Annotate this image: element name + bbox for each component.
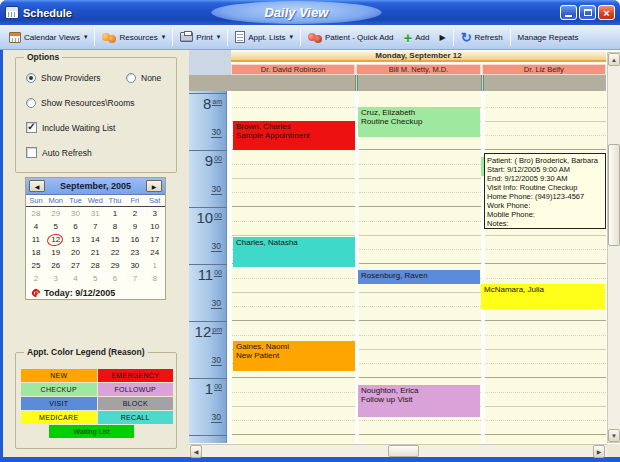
appointment[interactable]: Rosenburg, Raven (358, 270, 480, 284)
time-slot[interactable] (232, 293, 355, 322)
toolbar-more-button[interactable]: ▶ (435, 27, 451, 48)
toolbar-add-button[interactable]: +Add (399, 27, 435, 48)
calendar-day[interactable]: 24 (145, 248, 165, 257)
calendar-day[interactable]: 26 (46, 261, 66, 270)
horizontal-scrollbar[interactable]: ◀ ▶ (189, 444, 620, 457)
calendar-day[interactable]: 1 (105, 209, 125, 218)
calendar-day[interactable]: 5 (46, 222, 66, 231)
calendar-day[interactable]: 20 (66, 248, 86, 257)
calendar-day[interactable]: 5 (85, 274, 105, 283)
calendar-today-row[interactable]: Today: 9/12/2005 (26, 285, 165, 298)
radio-show-providers[interactable]: Show Providers (26, 73, 101, 83)
calendar-day[interactable]: 4 (66, 274, 86, 283)
scroll-left-button[interactable]: ◀ (190, 445, 202, 458)
calendar-day[interactable]: 22 (105, 248, 125, 257)
maximize-button[interactable] (579, 5, 596, 20)
appointment[interactable]: Brown, CharlesSample Appointment (233, 121, 355, 150)
toolbar-manage-repeats-button[interactable]: Manage Repeats (513, 27, 584, 48)
time-slot[interactable] (359, 321, 482, 350)
toolbar-print-button[interactable]: Print▾ (175, 27, 225, 48)
appointment[interactable]: McNamara, Julia (481, 284, 605, 309)
time-slot[interactable] (359, 207, 482, 236)
calendar-day[interactable]: 23 (125, 248, 145, 257)
appointment[interactable]: Noughton, EricaFollow up Visit (358, 385, 480, 417)
vertical-scroll-thumb[interactable] (608, 144, 620, 246)
calendar-day[interactable]: 14 (85, 235, 105, 244)
time-slot[interactable] (232, 150, 355, 179)
time-slot[interactable] (232, 407, 355, 436)
appointment[interactable]: Cruz, ElizabethRoutine Checkup (358, 107, 480, 137)
time-slot[interactable] (485, 236, 607, 265)
calendar-day[interactable]: 19 (46, 248, 66, 257)
prev-month-button[interactable]: ◀ (29, 180, 45, 192)
toolbar-calendar-views-button[interactable]: Calendar Views▾ (4, 27, 92, 48)
calendar-day[interactable]: 25 (26, 261, 46, 270)
scroll-right-button[interactable]: ▶ (593, 445, 605, 458)
time-slot[interactable] (359, 293, 482, 322)
calendar-day[interactable]: 6 (105, 274, 125, 283)
toolbar-refresh-button[interactable]: ↻Refresh (456, 27, 508, 48)
calendar-day[interactable]: 2 (26, 274, 46, 283)
time-slot[interactable] (485, 122, 607, 151)
time-slot[interactable] (485, 321, 607, 350)
time-slot[interactable] (232, 179, 355, 208)
calendar-day[interactable]: 3 (145, 209, 165, 218)
time-slot[interactable] (359, 236, 482, 265)
vertical-scrollbar[interactable]: ▲ ▼ (607, 52, 620, 443)
calendar-day[interactable]: 30 (125, 261, 145, 270)
time-slot[interactable] (485, 350, 607, 379)
scroll-up-button[interactable]: ▲ (608, 53, 620, 66)
time-slot[interactable] (232, 378, 355, 407)
minimize-button[interactable] (560, 5, 577, 20)
calendar-day[interactable]: 15 (105, 235, 125, 244)
time-slot[interactable] (485, 93, 607, 122)
time-slot[interactable] (232, 207, 355, 236)
time-slot[interactable] (485, 378, 607, 407)
appointment[interactable]: Charles, Natasha (233, 237, 355, 267)
calendar-day[interactable]: 8 (145, 274, 165, 283)
calendar-day[interactable]: 6 (66, 222, 86, 231)
time-slot[interactable] (359, 350, 482, 379)
calendar-day[interactable]: 29 (105, 261, 125, 270)
toolbar-appt-lists-button[interactable]: Appt. Lists▾ (230, 27, 298, 48)
calendar-day[interactable]: 28 (85, 261, 105, 270)
time-slot[interactable] (485, 435, 607, 442)
time-slot[interactable] (485, 407, 607, 436)
radio-show-resources-rooms[interactable]: Show Resources\Rooms (26, 98, 135, 108)
calendar-day[interactable]: 27 (66, 261, 86, 270)
calendar-day[interactable]: 11 (26, 235, 46, 244)
calendar-day[interactable]: 2 (125, 209, 145, 218)
calendar-day[interactable]: 18 (26, 248, 46, 257)
calendar-day[interactable]: 30 (66, 209, 86, 218)
time-slot[interactable] (359, 150, 482, 179)
time-slot[interactable] (232, 93, 355, 122)
time-slot[interactable] (359, 179, 482, 208)
calendar-day[interactable]: 29 (46, 209, 66, 218)
calendar-day[interactable]: 21 (85, 248, 105, 257)
checkbox-include-waiting-list[interactable]: Include Waiting List (26, 122, 115, 133)
calendar-day[interactable]: 13 (66, 235, 86, 244)
checkbox-auto-refresh[interactable]: Auto Refresh (26, 147, 92, 158)
next-month-button[interactable]: ▶ (146, 180, 162, 192)
calendar-day[interactable]: 17 (145, 235, 165, 244)
calendar-day[interactable]: 1 (145, 261, 165, 270)
calendar-day[interactable]: 4 (26, 222, 46, 231)
calendar-day[interactable]: 12 (46, 235, 66, 244)
calendar-day[interactable]: 28 (26, 209, 46, 218)
calendar-day[interactable]: 8 (105, 222, 125, 231)
toolbar-resources-button[interactable]: Resources▾ (97, 27, 170, 48)
calendar-day[interactable]: 16 (125, 235, 145, 244)
scroll-down-button[interactable]: ▼ (608, 429, 620, 442)
toolbar-patient-quick-add-button[interactable]: Patient - Quick Add (303, 27, 398, 48)
radio-none[interactable]: None (126, 73, 161, 83)
calendar-day[interactable]: 10 (145, 222, 165, 231)
calendar-day[interactable]: 9 (125, 222, 145, 231)
horizontal-scroll-thumb[interactable] (388, 445, 419, 457)
calendar-day[interactable]: 7 (85, 222, 105, 231)
appointment[interactable]: Gaines, NaomiNew Patient (233, 341, 355, 371)
close-button[interactable]: × (598, 5, 615, 20)
time-slot[interactable] (232, 264, 355, 293)
time-slot[interactable] (359, 435, 482, 442)
calendar-day[interactable]: 3 (46, 274, 66, 283)
calendar-day[interactable]: 31 (85, 209, 105, 218)
